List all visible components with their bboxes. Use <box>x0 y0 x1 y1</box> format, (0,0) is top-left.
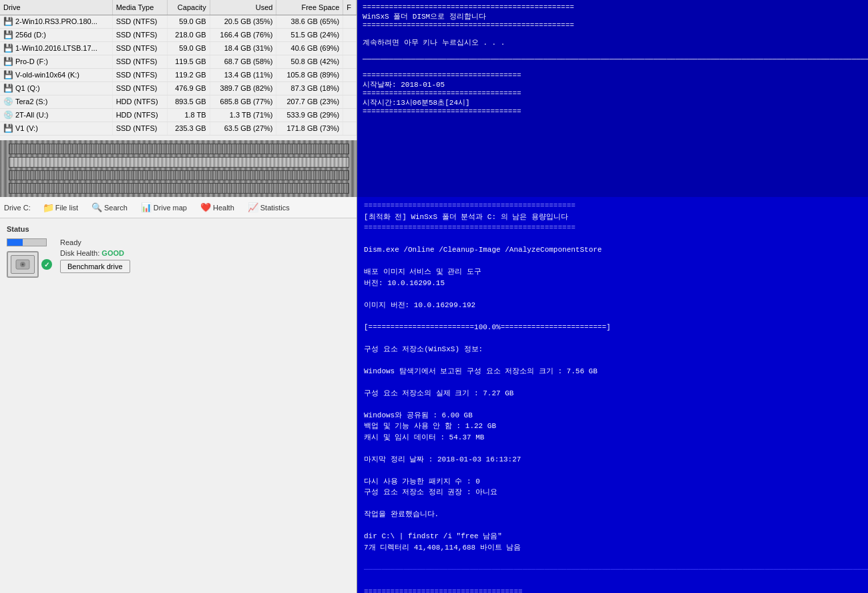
status-ready: Ready <box>60 238 130 246</box>
terminal-line <box>364 399 861 410</box>
drive-used-cell: 1.3 TB (71%) <box>210 108 276 122</box>
terminal-line: ========================================… <box>363 3 863 11</box>
terminal-line: 캐시 및 임시 데이터 : 54.37 MB <box>364 432 861 443</box>
drive-media-cell: SSD (NTFS) <box>112 68 167 81</box>
status-title: Status <box>7 225 350 233</box>
drive-media-cell: SSD (NTFS) <box>112 28 167 41</box>
file-list-button[interactable]: 📁 File list <box>39 201 82 214</box>
drive-free-cell: 207.7 GB (23%) <box>276 95 343 108</box>
drive-used-cell: 20.5 GB (35%) <box>210 15 276 28</box>
table-row[interactable]: 💾Q1 (Q:)SSD (NTFS)476.9 GB389.7 GB (82%)… <box>0 81 357 95</box>
drive-media-cell: SSD (NTFS) <box>112 122 167 135</box>
drive-table: Drive Media Type Capacity Used Free Spac… <box>0 0 357 136</box>
statistics-button[interactable]: 📈 Statistics <box>244 201 294 214</box>
drive-map-button[interactable]: 📊 Drive map <box>137 201 191 214</box>
drive-used-cell: 68.7 GB (58%) <box>210 55 276 68</box>
drive-capacity-cell: 59.0 GB <box>167 41 210 55</box>
terminal-line: ========================================… <box>363 21 863 29</box>
status-ok-badge: ✓ <box>41 259 52 270</box>
disk-health-value: GOOD <box>101 249 124 257</box>
drive-name-cell: 💿2T-All (U:) <box>0 108 112 122</box>
terminal-line: ========================================… <box>364 222 861 234</box>
file-list-label: File list <box>55 204 78 212</box>
terminal-line: 이미지 버전: 10.0.16299.192 <box>364 300 861 311</box>
toolbar: Drive C: 📁 File list 🔍 Search 📊 Drive ma… <box>0 197 357 218</box>
terminal-line <box>363 29 863 37</box>
drive-capacity-cell: 1.8 TB <box>167 108 210 122</box>
table-row[interactable]: 💾1-Win10.2016.LTSB.17...SSD (NTFS)59.0 G… <box>0 41 357 55</box>
table-row[interactable]: 💾256d (D:)SSD (NTFS)218.0 GB166.4 GB (76… <box>0 28 357 41</box>
status-bar-fill <box>7 239 23 246</box>
stripe-row-2 <box>9 157 349 168</box>
terminal-top-content: ========================================… <box>363 3 863 124</box>
terminal-line: dir C:\ | findstr /i "free 남음" <box>364 531 861 542</box>
terminal-line: ==================================== <box>363 89 863 97</box>
terminal-line: [========================100.0%=========… <box>364 322 861 333</box>
table-row[interactable]: 💾V1 (V:)SSD (NTFS)235.3 GB63.5 GB (27%)1… <box>0 122 357 135</box>
bottom-panel: Drive C: 📁 File list 🔍 Search 📊 Drive ma… <box>0 197 868 593</box>
health-icon: ❤️ <box>200 202 211 213</box>
terminal-line <box>364 256 861 267</box>
drive-name-cell: 💿Tera2 (S:) <box>0 95 112 108</box>
left-panel: Drive C: 📁 File list 🔍 Search 📊 Drive ma… <box>0 197 357 593</box>
terminal-line: 계속하려면 아무 키나 누르십시오 . . . <box>363 37 863 47</box>
terminal-line: Dism.exe /Online /Cleanup-Image /Analyze… <box>364 244 861 256</box>
drive-name-cell: 💾1-Win10.2016.LTSB.17... <box>0 41 112 55</box>
drive-free-cell: 51.5 GB (24%) <box>276 28 343 41</box>
terminal-line <box>364 333 861 344</box>
drive-media-cell: HDD (NTFS) <box>112 95 167 108</box>
drive-name-cell: 💾256d (D:) <box>0 28 112 41</box>
drive-used-cell: 63.5 GB (27%) <box>210 122 276 135</box>
map-icon: 📊 <box>141 202 152 213</box>
stripe-row-3 <box>9 170 349 181</box>
terminal-line: 구성 요소 저장소의 실제 크기 : 7.27 GB <box>364 388 861 399</box>
search-button[interactable]: 🔍 Search <box>87 201 132 214</box>
health-button[interactable]: ❤️ Health <box>196 201 238 214</box>
terminal-line: 구성 요소 저장소 정리 권장 : 아니요 <box>364 487 861 498</box>
statistics-label: Statistics <box>260 204 290 212</box>
drive-f-cell <box>343 68 357 81</box>
drive-f-cell <box>343 28 357 41</box>
col-capacity: Capacity <box>167 0 210 15</box>
drive-name-cell: 💾V-old-win10x64 (K:) <box>0 68 112 81</box>
drive-f-cell <box>343 41 357 55</box>
search-label: Search <box>104 204 128 212</box>
terminal-line <box>364 465 861 476</box>
terminal-line <box>364 377 861 388</box>
terminal-line <box>363 116 863 124</box>
disk-icon <box>7 251 39 278</box>
table-row[interactable]: 💾2-Win10.RS3.PRO.180...SSD (NTFS)59.0 GB… <box>0 15 357 28</box>
drive-capacity-cell: 893.5 GB <box>167 95 210 108</box>
terminal-line: [최적화 전] WinSxS 폴더 분석과 C: 의 남은 용량입니다 <box>364 212 861 223</box>
terminal-line: 시작시간:13시06분58초[24시] <box>363 97 863 108</box>
table-row[interactable]: 💾Pro-D (F:)SSD (NTFS)119.5 GB68.7 GB (58… <box>0 55 357 68</box>
drive-free-cell: 50.8 GB (42%) <box>276 55 343 68</box>
terminal-line: 백업 및 기능 사용 안 함 : 1.22 GB <box>364 421 861 432</box>
drive-f-cell <box>343 55 357 68</box>
status-content: ✓ Ready Disk Health: GOOD Benchmark driv… <box>7 238 350 278</box>
terminal-main-content: ========================================… <box>364 200 861 593</box>
table-row[interactable]: 💿Tera2 (S:)HDD (NTFS)893.5 GB685.8 GB (7… <box>0 95 357 108</box>
table-row[interactable]: 💾V-old-win10x64 (K:)SSD (NTFS)119.2 GB13… <box>0 68 357 81</box>
terminal-line <box>364 553 861 564</box>
drive-table-container: Drive Media Type Capacity Used Free Spac… <box>0 0 357 140</box>
drive-map-label: Drive map <box>154 204 187 212</box>
drive-name-cell: 💾Q1 (Q:) <box>0 81 112 95</box>
terminal-line: 마지막 정리 날짜 : 2018-01-03 16:13:27 <box>364 454 861 465</box>
terminal-line: 버전: 10.0.16299.15 <box>364 278 861 289</box>
terminal-line: 배포 이미지 서비스 및 관리 도구 <box>364 266 861 278</box>
table-row[interactable]: 💿2T-All (U:)HDD (NTFS)1.8 TB1.3 TB (71%)… <box>0 108 357 122</box>
top-panel: Drive Media Type Capacity Used Free Spac… <box>0 0 868 140</box>
terminal-line: Windows 탐색기에서 보고된 구성 요소 저장소의 크기 : 7.56 G… <box>364 366 861 377</box>
terminal-line <box>364 288 861 300</box>
svg-point-2 <box>22 264 24 266</box>
terminal-line: 다시 사용 가능한 패키지 수 : 0 <box>364 476 861 487</box>
terminal-line: ────────────────────────────────────────… <box>364 564 861 576</box>
drive-name-cell: 💾V1 (V:) <box>0 122 112 135</box>
drive-media-cell: SSD (NTFS) <box>112 81 167 95</box>
search-icon: 🔍 <box>91 202 102 213</box>
terminal-line: ========================================… <box>364 200 861 212</box>
benchmark-button[interactable]: Benchmark drive <box>60 260 130 273</box>
terminal-line <box>364 575 861 586</box>
terminal-line: ==================================== <box>363 71 863 79</box>
